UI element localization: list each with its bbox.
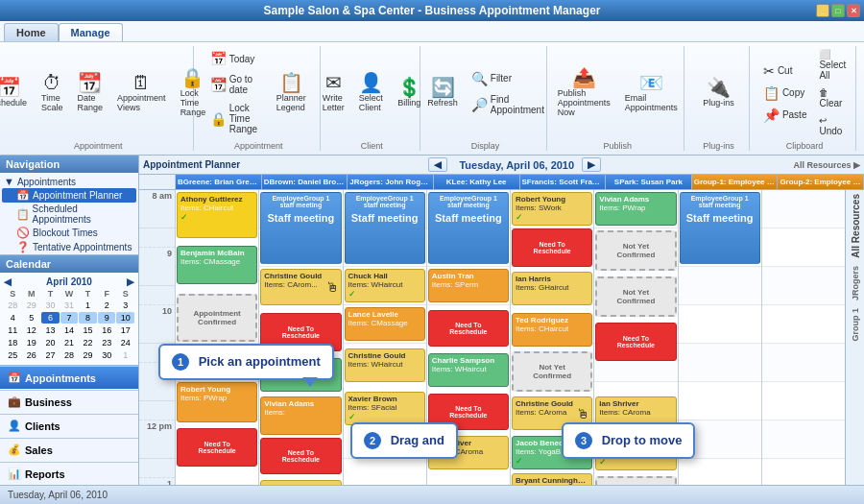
paste-button[interactable]: 📌Paste [758,105,812,126]
select-all-button[interactable]: ⬜ Select All [814,46,851,84]
col-header-spark[interactable]: SPark: Susan Park [606,175,692,189]
planner-grid-container[interactable]: 8 am 9 10 11 12 pm 1 2 [139,190,845,485]
publish-button[interactable]: 📤 Publish AppointmentsNow [552,64,616,121]
cal-day-7[interactable]: 7 [60,312,79,324]
appt-dbrown-christine[interactable]: Christine Gould Items: CArom... 🖱 [260,269,341,305]
cal-day-27[interactable]: 27 [41,349,60,361]
prev-month-button[interactable]: ◀ [4,276,12,287]
appt-bgreene-2[interactable]: Benjamin McBain Items: CMassage [177,246,257,284]
cal-day-15[interactable]: 15 [79,324,97,336]
appt-dbrown-reschedule2[interactable]: Need ToReschedule [260,438,341,474]
nav-clients-button[interactable]: 👤 Clients [0,414,138,437]
cal-day-9[interactable]: 9 [98,312,116,324]
tab-manage[interactable]: Manage [59,23,123,41]
appt-dbrown-frank[interactable]: Frank Cunningham [260,480,341,485]
col-header-bgreene[interactable]: BGreene: Brian Greene [176,175,262,189]
cal-day-22[interactable]: 22 [79,337,97,348]
appt-jrogers-chuck[interactable]: Chuck Hall Items: WHaircut ✓ [345,269,425,302]
cal-day-3[interactable]: 3 [116,300,134,311]
appt-sfrancis-ted[interactable]: Ted Rodriguez Items: CHaircut [512,313,592,347]
cal-day-31p[interactable]: 31 [60,300,79,311]
cal-day-28[interactable]: 28 [60,349,79,361]
schedule-button[interactable]: 📅 Schedule [0,74,33,111]
copy-button[interactable]: 📋Copy [758,83,812,104]
cal-day-26[interactable]: 26 [23,349,41,361]
appt-sfrancis-ian[interactable]: Ian Harris Items: GHaircut [512,272,592,305]
appt-sfrancis-notconfirmed[interactable]: Not YetConfirmed [512,351,592,392]
cal-day-8[interactable]: 8 [79,312,97,324]
appt-spark-notconfirmed2[interactable]: Not YetConfirmed [595,276,676,317]
nav-appointments-button[interactable]: 📅 Appointments [0,366,138,389]
appt-bgreene-3[interactable]: Robert Young Items: PWrap [177,382,257,422]
cal-day-24[interactable]: 24 [116,337,134,348]
cal-day-11[interactable]: 11 [4,324,22,336]
goto-date-button[interactable]: 📆 Go to date [205,71,268,98]
tab-home[interactable]: Home [4,23,59,41]
nav-business-button[interactable]: 💼 Business [0,390,138,413]
col-header-dbrown[interactable]: DBrown: Daniel Brown [262,175,348,189]
appt-jrogers-staff[interactable]: EmployeeGroup 1 staff meeting Staff meet… [345,192,425,264]
sidebar-item-blockout[interactable]: 🚫 Blockout Times [2,226,136,240]
today-button[interactable]: 📅 Today [205,48,268,69]
appt-sfrancis-robert[interactable]: Robert Young Items: SWork ✓ [512,192,592,226]
next-month-button[interactable]: ▶ [127,276,134,287]
refresh-button[interactable]: 🔄 Refresh [421,74,464,111]
appt-spark-notconfirmed[interactable]: Not YetConfirmed [595,230,676,271]
cal-day-13[interactable]: 13 [41,324,60,336]
cal-day-4[interactable]: 4 [4,312,22,324]
appt-sfrancis-reschedule[interactable]: Need ToReschedule [512,228,592,267]
cal-day-2[interactable]: 2 [98,300,116,311]
nav-sales-button[interactable]: 💰 Sales [0,438,138,461]
cut-button[interactable]: ✂Cut [758,60,812,82]
cal-day-10[interactable]: 10 [116,312,134,324]
appt-group1-staff[interactable]: EmployeeGroup 1 staff meeting Staff meet… [680,192,760,264]
undo-button[interactable]: ↩ Undo [814,112,851,139]
col-header-jrogers[interactable]: JRogers: John Rogers [348,175,434,189]
nav-reports-button[interactable]: 📊 Reports [0,462,138,485]
appt-bgreene-confirmed[interactable]: AppointmentConfirmed [177,294,257,342]
cal-day-1n[interactable]: 1 [116,349,134,361]
cal-day-25[interactable]: 25 [4,349,22,361]
email-button[interactable]: 📧 EmailAppointments [619,69,684,116]
next-date-button[interactable]: ▶ [582,157,601,172]
appt-jrogers-christine[interactable]: Christine Gould Items: WHaircut [345,348,425,382]
cal-day-1[interactable]: 1 [79,300,97,311]
col-header-group1[interactable]: Group-1: Employee G... [692,175,779,189]
appt-klee-reschedule[interactable]: Need ToReschedule [428,310,509,347]
cal-day-12[interactable]: 12 [23,324,41,336]
time-scale-button[interactable]: ⏱ TimeScale [36,69,69,116]
cal-day-30p[interactable]: 30 [41,300,60,311]
appt-dbrown-vivian[interactable]: Vivian Adams Items: [260,396,341,435]
cal-day-17[interactable]: 17 [116,324,134,336]
prev-date-button[interactable]: ◀ [428,157,447,172]
sidebar-item-appt-planner[interactable]: 📅 Appointment Planner [2,188,136,203]
sidebar-item-scheduled[interactable]: 📋 Scheduled Appointments [2,203,136,226]
lock-range-button[interactable]: 🔒 Lock Time Range [205,100,268,137]
cal-day-5[interactable]: 5 [23,312,41,324]
cal-day-6[interactable]: 6 [41,312,60,324]
date-range-button[interactable]: 📆 DateRange [72,69,109,116]
cal-day-16[interactable]: 16 [98,324,116,336]
cal-day-28p[interactable]: 28 [4,300,22,311]
select-client-button[interactable]: 👤 SelectClient [353,69,389,116]
cal-day-20[interactable]: 20 [41,337,60,348]
minimize-button[interactable]: _ [816,4,829,17]
cal-day-30[interactable]: 30 [98,349,116,361]
cal-day-19[interactable]: 19 [23,337,41,348]
cal-day-29[interactable]: 29 [79,349,97,361]
appt-bgreene-1[interactable]: Athony Guttierez Items: CHaircut ✓ [177,192,257,238]
appt-spark-notconfirmed3[interactable]: Not YetConfirmed [595,476,676,485]
write-letter-button[interactable]: ✉ WriteLetter [317,69,350,116]
appt-bgreene-reschedule[interactable]: Need ToReschedule [177,428,257,467]
cal-day-21[interactable]: 21 [60,337,79,348]
appt-spark-vivian[interactable]: Vivian Adams Items: PWrap [595,192,676,226]
col-header-klee[interactable]: KLee: Kathy Lee [434,175,520,189]
cal-day-14[interactable]: 14 [60,324,79,336]
sidebar-item-appointments[interactable]: ▼ Appointments [2,175,136,188]
sidebar-item-tentative[interactable]: ❓ Tentative Appointments [2,240,136,254]
appt-klee-charlie[interactable]: Charlie Sampson Items: WHaircut [428,353,509,387]
col-header-group2[interactable]: Group-2: Employee G... [778,175,864,189]
cal-day-23[interactable]: 23 [98,337,116,348]
filter-button[interactable]: 🔍 Filter [467,68,549,89]
cal-day-29p[interactable]: 29 [23,300,41,311]
